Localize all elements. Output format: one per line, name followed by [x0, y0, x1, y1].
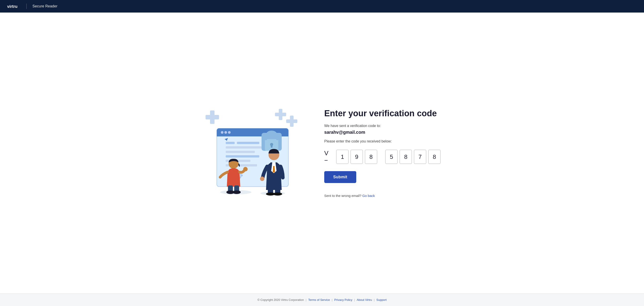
code-digit-5[interactable]: 8 [400, 150, 412, 164]
code-digit-2[interactable]: 9 [350, 150, 363, 164]
code-digit-3[interactable]: 8 [365, 150, 377, 164]
code-digit-6[interactable]: 7 [414, 150, 426, 164]
main-content: Enter your verification code We have sen… [0, 12, 644, 294]
page-title: Enter your verification code [324, 108, 441, 119]
svg-point-39 [233, 190, 241, 194]
submit-button[interactable]: Submit [324, 171, 356, 183]
footer-sep-1: | [306, 298, 306, 302]
email-display: sarahv@gmail.com [324, 130, 441, 135]
svg-point-11 [224, 131, 227, 134]
logo-area: virtru Secure Reader [7, 4, 58, 9]
svg-point-12 [228, 131, 231, 134]
svg-point-10 [221, 131, 224, 134]
svg-rect-27 [241, 174, 243, 176]
code-digit-7[interactable]: 8 [428, 150, 441, 164]
svg-rect-4 [279, 109, 282, 120]
subtitle-text: We have sent a verification code to: [324, 124, 441, 128]
svg-rect-15 [226, 146, 262, 148]
svg-rect-31 [271, 144, 272, 148]
svg-rect-6 [290, 116, 294, 127]
svg-text:virtru: virtru [7, 4, 18, 9]
hero-illustration [199, 106, 306, 200]
code-digit-1[interactable]: 1 [336, 150, 349, 164]
page-footer: © Copyright 2020 Virtru Corporation | Te… [0, 294, 644, 306]
privacy-policy-link[interactable]: Privacy Policy [334, 298, 352, 302]
illustration-area [199, 106, 306, 200]
app-title: Secure Reader [32, 4, 58, 8]
svg-rect-16 [226, 151, 255, 153]
footer-links: © Copyright 2020 Virtru Corporation | Te… [258, 298, 387, 302]
code-input-row: V − 1 9 8 5 8 7 8 [324, 150, 441, 164]
go-back-link[interactable]: Go back [362, 194, 375, 198]
copyright-text: © Copyright 2020 Virtru Corporation [258, 298, 304, 302]
app-header: virtru Secure Reader [0, 0, 644, 12]
footer-sep-4: | [374, 298, 374, 302]
terms-of-service-link[interactable]: Terms of Service [308, 298, 330, 302]
svg-rect-13 [226, 142, 235, 144]
header-divider [26, 4, 27, 9]
wrong-email-text: Sent to the wrong email? [324, 194, 362, 198]
verification-form: Enter your verification code We have sen… [324, 108, 441, 198]
svg-rect-2 [210, 110, 214, 124]
support-link[interactable]: Support [376, 298, 387, 302]
svg-point-45 [260, 176, 264, 181]
code-prefix: V − [324, 150, 334, 164]
svg-point-49 [273, 192, 282, 196]
svg-rect-14 [237, 142, 259, 144]
about-virtru-link[interactable]: About Virtru [357, 298, 372, 302]
code-digit-4[interactable]: 5 [385, 150, 398, 164]
svg-rect-17 [226, 155, 259, 158]
footer-sep-2: | [332, 298, 332, 302]
footer-sep-3: | [354, 298, 355, 302]
svg-point-35 [243, 167, 248, 171]
virtru-logo-icon: virtru [7, 4, 20, 9]
content-wrapper: Enter your verification code We have sen… [199, 106, 445, 200]
instruction-text: Please enter the code you received below… [324, 139, 441, 143]
wrong-email-row: Sent to the wrong email? Go back [324, 194, 441, 198]
